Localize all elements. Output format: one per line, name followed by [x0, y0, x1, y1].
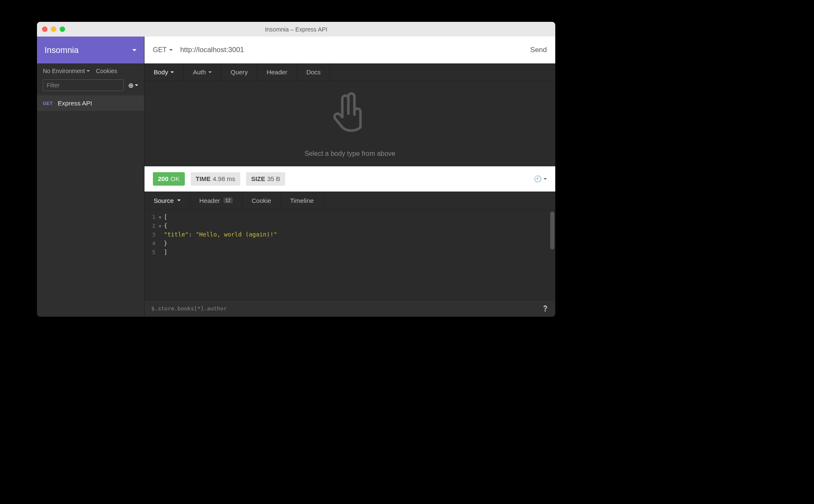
size-label: SIZE	[251, 175, 265, 182]
status-code: 200	[158, 175, 168, 182]
environment-dropdown[interactable]: No Environment	[43, 68, 90, 74]
time-pill: TIME 4.98 ms	[191, 172, 240, 186]
response-history-dropdown[interactable]: 🕘	[534, 175, 547, 183]
code-content: ]	[164, 248, 167, 257]
status-text: OK	[171, 175, 180, 182]
code-line: 2▼ {	[144, 221, 555, 230]
add-request-button[interactable]: ⊕	[128, 81, 138, 89]
send-button[interactable]: Send	[530, 46, 547, 54]
empty-body-message: Select a body type from above	[305, 150, 395, 158]
environment-label: No Environment	[43, 68, 85, 74]
tab-auth-label: Auth	[193, 68, 206, 76]
minimize-window-button[interactable]	[51, 26, 56, 32]
tab-body-label: Body	[154, 68, 168, 76]
line-number: 5	[144, 248, 158, 257]
request-tabs: Body Auth Query Header Docs	[144, 63, 555, 81]
jsonpath-filter-bar: $.store.books[*].author ❔	[144, 300, 555, 317]
chevron-down-icon	[135, 84, 138, 86]
request-body-empty: Select a body type from above	[144, 81, 555, 166]
size-pill: SIZE 35 B	[246, 172, 285, 186]
request-list-item[interactable]: GET Express API	[37, 95, 144, 111]
zoom-window-button[interactable]	[60, 26, 65, 32]
code-line: 3 "title": "Hello, world (again)!"	[144, 230, 555, 239]
line-number: 4	[144, 239, 158, 248]
titlebar: Insomnia – Express API	[37, 22, 555, 37]
sidebar: Insomnia No Environment Cookies ⊕ GET	[37, 37, 144, 317]
clock-icon: 🕘	[534, 175, 542, 183]
tab-source[interactable]: Source	[144, 192, 190, 210]
code-line: 4 }	[144, 239, 555, 248]
url-bar: GET Send	[144, 37, 555, 63]
window-controls	[42, 26, 65, 32]
tab-timeline[interactable]: Timeline	[281, 192, 323, 210]
tab-response-header-label: Header	[200, 197, 220, 204]
app-window: Insomnia – Express API Insomnia No Envir…	[37, 22, 555, 317]
cookies-button[interactable]: Cookies	[96, 68, 117, 74]
code-content: {	[164, 221, 167, 230]
response-tabs: Source Header 12 Cookie Timeline	[144, 192, 555, 210]
line-number: 3	[144, 231, 158, 239]
code-line: 1▼[	[144, 213, 555, 221]
chevron-down-icon	[544, 178, 547, 180]
tab-body[interactable]: Body	[144, 63, 184, 81]
chevron-down-icon	[177, 200, 181, 201]
method-dropdown[interactable]: GET	[153, 46, 173, 54]
chevron-down-icon	[169, 49, 173, 51]
method-label: GET	[153, 46, 167, 54]
tab-response-header[interactable]: Header 12	[190, 192, 242, 210]
close-window-button[interactable]	[42, 26, 47, 32]
chevron-down-icon	[87, 70, 90, 72]
line-number: 2	[144, 222, 158, 230]
status-code-pill: 200 OK	[153, 172, 185, 186]
tab-cookie[interactable]: Cookie	[242, 192, 281, 210]
fold-toggle-icon[interactable]: ▼	[158, 223, 164, 229]
main-panel: GET Send Body Auth Query Header Docs	[144, 37, 555, 317]
scrollbar-thumb[interactable]	[550, 212, 554, 249]
time-value: 4.98 ms	[213, 175, 235, 182]
window-title: Insomnia – Express API	[37, 26, 555, 33]
plus-icon: ⊕	[128, 81, 134, 89]
url-input[interactable]	[180, 46, 523, 54]
peace-hand-icon	[325, 89, 375, 140]
size-value: 35 B	[267, 175, 280, 182]
request-name-label: Express API	[58, 100, 92, 107]
tab-source-label: Source	[154, 197, 174, 204]
request-method-label: GET	[43, 101, 53, 106]
code-content: "title": "Hello, world (again)!"	[164, 230, 277, 239]
fold-toggle-icon[interactable]: ▼	[158, 214, 164, 220]
response-status-bar: 200 OK TIME 4.98 ms SIZE 35 B 🕘	[144, 166, 555, 192]
code-content: }	[164, 239, 167, 248]
chevron-down-icon	[132, 49, 137, 51]
chevron-down-icon	[208, 71, 212, 73]
workspace-dropdown[interactable]: Insomnia	[37, 37, 144, 63]
app-name-label: Insomnia	[45, 45, 79, 55]
filter-input[interactable]	[43, 79, 124, 91]
tab-query[interactable]: Query	[221, 63, 257, 81]
code-line: 5]	[144, 248, 555, 257]
tab-auth[interactable]: Auth	[184, 63, 221, 81]
code-content: [	[164, 213, 167, 221]
line-number: 1	[144, 213, 158, 221]
header-count-badge: 12	[223, 197, 233, 203]
tab-header[interactable]: Header	[257, 63, 297, 81]
tab-docs[interactable]: Docs	[297, 63, 330, 81]
time-label: TIME	[196, 175, 211, 182]
help-icon[interactable]: ❔	[542, 305, 549, 312]
jsonpath-input[interactable]: $.store.books[*].author	[151, 305, 227, 312]
response-body-viewer[interactable]: 1▼[2▼ {3 "title": "Hello, world (again)!…	[144, 210, 555, 300]
chevron-down-icon	[171, 71, 174, 73]
